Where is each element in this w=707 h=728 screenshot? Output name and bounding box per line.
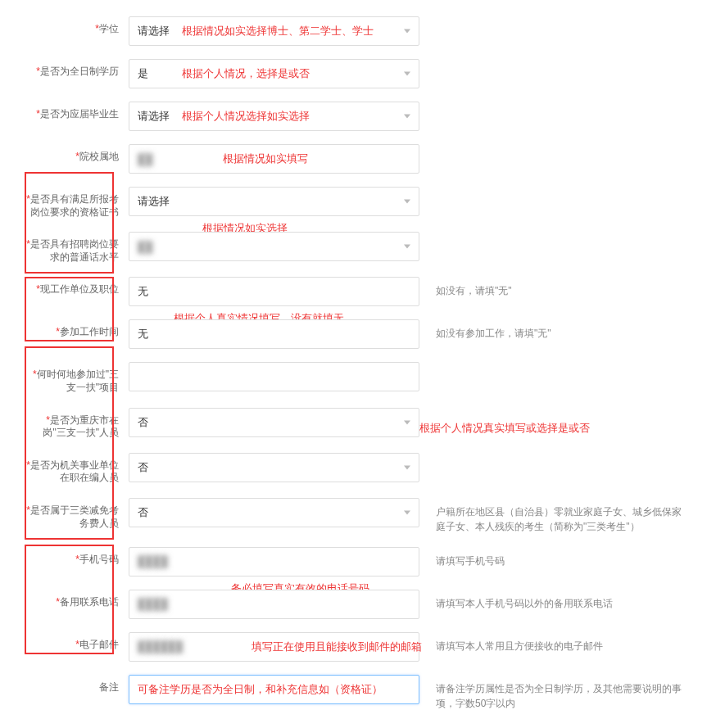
- input-backup-phone[interactable]: ████: [129, 590, 419, 619]
- chevron-down-icon: [404, 200, 410, 204]
- row-fulltime: *是否为全日制学历 是 根据个人情况，选择是或否: [25, 59, 682, 88]
- label-remark: 备注: [25, 675, 129, 694]
- label-sanzhi-when: *何时何地参加过"三支一扶"项目: [25, 362, 129, 394]
- hint-email: 请填写本人常用且方便接收的电子邮件: [419, 632, 682, 653]
- select-freshgrad[interactable]: 请选择: [129, 102, 419, 131]
- input-email[interactable]: ██████: [129, 632, 419, 662]
- hint-remark: 请备注学历属性是否为全日制学历，及其他需要说明的事项，字数50字以内: [419, 675, 682, 711]
- input-phone[interactable]: ████: [129, 547, 419, 577]
- chevron-down-icon: [404, 465, 410, 469]
- row-email: *电子邮件 ██████ 填写正在使用且能接收到邮件的邮箱 请填写本人常用且方便…: [25, 632, 682, 662]
- row-fee-exempt: *是否属于三类减免考务费人员 否 户籍所在地区县（自治县）零就业家庭子女、城乡低…: [25, 498, 682, 534]
- input-workunit[interactable]: 无: [129, 277, 419, 306]
- row-gov-staff: *是否为机关事业单位在职在编人员 否: [25, 453, 682, 485]
- label-freshgrad: *是否为应届毕业生: [25, 102, 129, 121]
- hint-backup-phone: 请填写本人手机号码以外的备用联系电话: [419, 590, 682, 611]
- select-sanzhi-cq[interactable]: 否: [129, 408, 419, 437]
- row-sanzhi-when: *何时何地参加过"三支一扶"项目: [25, 362, 682, 394]
- select-fulltime[interactable]: 是: [129, 59, 419, 88]
- input-school[interactable]: ██: [129, 144, 419, 174]
- chevron-down-icon: [404, 510, 410, 514]
- chevron-down-icon: [404, 115, 410, 119]
- label-degree: *学位: [25, 16, 129, 36]
- chevron-down-icon: [404, 420, 410, 424]
- label-qualcert: *是否具有满足所报考岗位要求的资格证书: [25, 187, 129, 219]
- hint-worktime: 如没有参加工作，请填"无": [419, 319, 682, 341]
- label-email: *电子邮件: [25, 632, 129, 652]
- row-workunit: *现工作单位及职位 无 根据个人真实情况填写，没有就填无 如没有，请填"无": [25, 277, 682, 306]
- label-workunit: *现工作单位及职位: [25, 277, 129, 296]
- hint-fee-exempt: 户籍所在地区县（自治县）零就业家庭子女、城乡低保家庭子女、本人残疾的考生（简称为…: [419, 498, 682, 534]
- row-freshgrad: *是否为应届毕业生 请选择 根据个人情况选择如实选择: [25, 102, 682, 131]
- label-backup-phone: *备用联系电话: [25, 590, 129, 609]
- chevron-down-icon: [404, 245, 410, 249]
- label-fee-exempt: *是否属于三类减免考务费人员: [25, 498, 129, 530]
- select-gov-staff[interactable]: 否: [129, 453, 419, 482]
- hint-phone: 请填写手机号码: [419, 547, 682, 568]
- row-phone: *手机号码 ████ 务必填写真实有效的电话号码 请填写手机号码: [25, 547, 682, 577]
- row-remark: 备注 可备注学历是否为全日制，和补充信息如（资格证） 请备注学历属性是否为全日制…: [25, 675, 682, 711]
- annot-sanzhi: 根据个人情况真实填写或选择是或否: [419, 420, 590, 436]
- row-school: *院校属地 ██ 根据情况如实填写: [25, 144, 682, 174]
- label-phone: *手机号码: [25, 547, 129, 567]
- input-remark[interactable]: 可备注学历是否为全日制，和补充信息如（资格证）: [129, 675, 419, 704]
- chevron-down-icon: [404, 72, 410, 76]
- chevron-down-icon: [404, 29, 410, 34]
- hint-workunit: 如没有，请填"无": [419, 277, 682, 298]
- select-mandarin[interactable]: ██: [129, 232, 419, 261]
- input-worktime[interactable]: 无: [129, 319, 419, 349]
- select-fee-exempt[interactable]: 否: [129, 498, 419, 527]
- label-fulltime: *是否为全日制学历: [25, 59, 129, 79]
- label-sanzhi-cq: *是否为重庆市在岗"三支一扶"人员: [25, 408, 129, 440]
- select-degree[interactable]: 请选择: [129, 16, 419, 46]
- label-mandarin: *是否具有招聘岗位要求的普通话水平: [25, 232, 129, 264]
- row-backup-phone: *备用联系电话 ████ 请填写本人手机号码以外的备用联系电话: [25, 590, 682, 619]
- label-school: *院校属地: [25, 144, 129, 164]
- row-sanzhi-cq: *是否为重庆市在岗"三支一扶"人员 否 根据个人情况真实填写或选择是或否: [25, 408, 682, 440]
- row-qualcert: *是否具有满足所报考岗位要求的资格证书 请选择 根据情况如实选择: [25, 187, 682, 219]
- select-qualcert[interactable]: 请选择: [129, 187, 419, 216]
- label-gov-staff: *是否为机关事业单位在职在编人员: [25, 453, 129, 485]
- row-worktime: *参加工作时间 无 如没有参加工作，请填"无": [25, 319, 682, 349]
- label-worktime: *参加工作时间: [25, 319, 129, 339]
- row-mandarin: *是否具有招聘岗位要求的普通话水平 ██: [25, 232, 682, 264]
- input-sanzhi-when[interactable]: [129, 362, 419, 391]
- row-degree: *学位 请选择 根据情况如实选择博士、第二学士、学士: [25, 16, 682, 46]
